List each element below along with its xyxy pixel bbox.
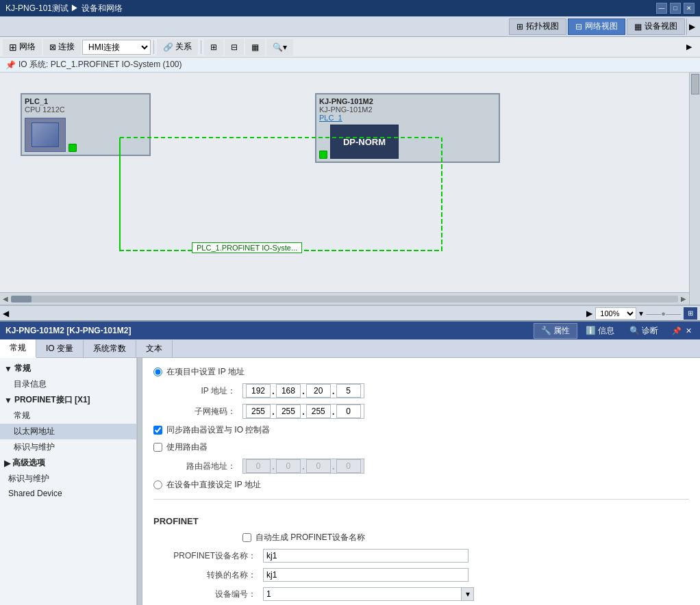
- device-number-row: 设备编号： ▾: [153, 587, 689, 601]
- profinet-name-input[interactable]: [263, 549, 468, 563]
- connection-type-select[interactable]: HMI连接 PROFINET连接: [82, 40, 151, 55]
- ip-part-1[interactable]: [246, 384, 271, 398]
- sidebar-item-catalog[interactable]: 目录信息: [0, 376, 136, 392]
- relation-btn[interactable]: 🔗 关系: [157, 39, 198, 55]
- network-btn[interactable]: ⊞ 网络: [3, 39, 42, 55]
- device-icon: ▦: [634, 22, 642, 31]
- relation-icon: 🔗: [163, 42, 173, 52]
- subnet-row: 子网掩码： . . .: [153, 404, 689, 419]
- connection-btn[interactable]: ⊠ 连接: [43, 39, 81, 55]
- panel-pin-icon[interactable]: 📌: [672, 326, 682, 335]
- router-addr-input[interactable]: . . .: [242, 459, 364, 474]
- ip-part-3[interactable]: [306, 384, 331, 398]
- maximize-btn[interactable]: □: [670, 3, 681, 14]
- sidebar-section-general[interactable]: ▼ 常规: [0, 361, 136, 376]
- icon-btn-3[interactable]: ▦: [245, 39, 265, 55]
- ip-radio-project[interactable]: [153, 368, 162, 376]
- zoom-icon: 🔍▾: [273, 42, 287, 52]
- canvas-left-arrow[interactable]: ◀: [3, 309, 9, 318]
- subnet-part-3[interactable]: [306, 404, 331, 418]
- ip-address-input[interactable]: . . .: [242, 383, 364, 398]
- profinet-section: PROFINET 自动生成 PROFINET设备名称 PROFINET设备名称：…: [153, 499, 689, 601]
- sidebar-item-shared-device[interactable]: Shared Device: [0, 487, 136, 500]
- ip-radio-row-2: 在设备中直接设定 IP 地址: [153, 479, 689, 491]
- device-number-dropdown[interactable]: ▾: [462, 587, 474, 601]
- device-number-input[interactable]: [263, 587, 462, 601]
- canvas-hscroll-bar[interactable]: ◀ ▶: [0, 292, 689, 305]
- converted-name-input[interactable]: [263, 568, 468, 582]
- prop-tabs-bar: 常规 IO 变量 系统常数 文本: [0, 339, 700, 358]
- dp-norm-label: DP-NORM: [343, 137, 386, 147]
- tab-io-vars[interactable]: IO 变量: [36, 340, 84, 357]
- zoom-slider[interactable]: ——●——: [646, 309, 681, 318]
- resize-handle[interactable]: [137, 358, 142, 605]
- zoom-bar: ◀ ▶ 100% 50% 75% 150% 200% ▾ ——●—— ⊞: [0, 305, 700, 320]
- toolbar-sep-1: [153, 40, 154, 54]
- right-tab-properties[interactable]: 🔧 属性: [534, 323, 577, 339]
- subnet-part-1[interactable]: [246, 404, 271, 418]
- device2-name: KJ-PNG-101M2: [319, 97, 496, 105]
- canvas-right-arrow[interactable]: ▶: [586, 309, 592, 318]
- ip-radio-device[interactable]: [153, 480, 162, 489]
- subnet-dot-1: .: [271, 406, 275, 417]
- property-panel: KJ-PNG-101M2 [KJ-PNG-101M2] 🔧 属性 ℹ️ 信息 🔍…: [0, 320, 700, 605]
- right-tab-diagnostics[interactable]: 🔍 诊断: [623, 324, 665, 338]
- tab-topology[interactable]: ⊞ 拓扑视图: [509, 18, 566, 35]
- converted-name-row: 转换的名称：: [153, 568, 689, 582]
- panel-close-btn[interactable]: ✕: [686, 326, 692, 335]
- toolbar-sep-2: [201, 40, 201, 54]
- prop-right-tabs: 🔧 属性 ℹ️ 信息 🔍 诊断 📌 ✕: [531, 323, 695, 339]
- icon-btn-1[interactable]: ⊞: [204, 39, 223, 55]
- device2-subname: KJ-PNG-101M2: [319, 105, 496, 114]
- subnet-part-4[interactable]: [336, 404, 361, 418]
- toolbar-collapse[interactable]: ▶: [686, 42, 697, 51]
- zoom-btn[interactable]: 🔍▾: [266, 39, 293, 55]
- sidebar-section-advanced[interactable]: ▶ 高级选项: [0, 455, 136, 471]
- sidebar-item-general-sub[interactable]: 常规: [0, 408, 136, 424]
- icon2: ⊟: [231, 42, 238, 52]
- subnet-part-2[interactable]: [276, 404, 301, 418]
- tab-general[interactable]: 常规: [0, 339, 36, 358]
- ip-radio-device-label: 在设备中直接设定 IP 地址: [166, 479, 261, 491]
- sidebar-item-id-maint[interactable]: 标识与维护: [0, 471, 136, 487]
- use-router-checkbox[interactable]: [153, 443, 162, 452]
- ip-dot-3: .: [332, 385, 336, 396]
- io-banner: 📌 IO 系统: PLC_1.PROFINET IO-System (100): [0, 57, 700, 73]
- prop-toggle-btn[interactable]: ⊞: [684, 307, 697, 320]
- sidebar-item-ethernet[interactable]: 以太网地址: [0, 424, 136, 439]
- auto-generate-checkbox[interactable]: [242, 533, 251, 542]
- icon-btn-2[interactable]: ⊟: [225, 39, 244, 55]
- sidebar-section-profinet[interactable]: ▼ PROFINET接口 [X1]: [0, 392, 136, 408]
- ip-part-2[interactable]: [276, 384, 301, 398]
- canvas-vscroll[interactable]: [689, 73, 700, 305]
- use-router-row: 使用路由器: [153, 441, 689, 453]
- device2-block: KJ-PNG-101M2 KJ-PNG-101M2 PLC_1 DP-NORM: [315, 93, 500, 163]
- sync-router-checkbox[interactable]: [153, 426, 162, 435]
- prop-sidebar: ▼ 常规 目录信息 ▼ PROFINET接口 [X1] 常规 以太网地址 标识与…: [0, 358, 137, 605]
- panel-toggle[interactable]: ▶: [686, 18, 697, 35]
- tab-network[interactable]: ⊟ 网络视图: [568, 18, 625, 35]
- device2-link[interactable]: PLC_1: [319, 114, 496, 122]
- dp-norm-block: DP-NORM: [330, 125, 399, 159]
- prop-content: ▼ 常规 目录信息 ▼ PROFINET接口 [X1] 常规 以太网地址 标识与…: [0, 358, 700, 605]
- ip-part-4[interactable]: [336, 384, 361, 398]
- ip-dot-1: .: [271, 385, 275, 396]
- icon3: ▦: [251, 42, 259, 52]
- tab-text[interactable]: 文本: [136, 340, 173, 357]
- sync-router-label: 同步路由器设置与 IO 控制器: [166, 424, 270, 436]
- subnet-dot-3: .: [332, 406, 336, 417]
- profinet-name-row: PROFINET设备名称：: [153, 549, 689, 563]
- title-bar: KJ-PNG-101测试 ▶ 设备和网络 — □ ✕: [0, 0, 700, 16]
- pin-icon: 📌: [5, 60, 16, 70]
- tab-system-const[interactable]: 系统常数: [84, 340, 136, 357]
- sidebar-item-id-maint-sub[interactable]: 标识与维护: [0, 439, 136, 455]
- close-btn[interactable]: ✕: [684, 3, 695, 14]
- connection-toolbar-icon: ⊠: [49, 42, 56, 52]
- zoom-select[interactable]: 100% 50% 75% 150% 200%: [595, 307, 636, 320]
- right-tab-info[interactable]: ℹ️ 信息: [579, 324, 621, 338]
- device-number-select-group: ▾: [263, 587, 474, 601]
- subnet-input[interactable]: . . .: [242, 404, 364, 419]
- tab-device[interactable]: ▦ 设备视图: [627, 18, 685, 35]
- zoom-dropdown-icon[interactable]: ▾: [639, 309, 643, 318]
- minimize-btn[interactable]: —: [656, 3, 667, 14]
